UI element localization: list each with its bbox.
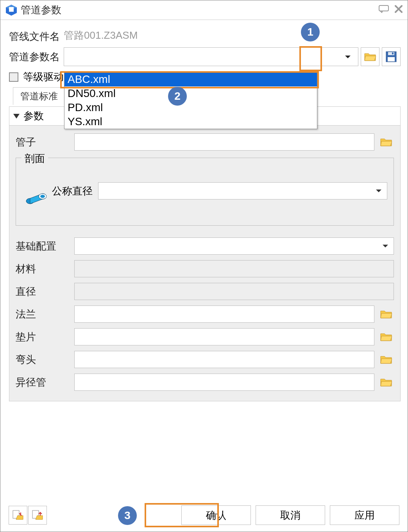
dropdown-item-dn50[interactable]: DN50.xml [64, 86, 317, 101]
footer-icons [9, 506, 47, 525]
elbow-browse-button[interactable] [378, 355, 394, 364]
pipeline-file-label: 管线文件名 [9, 30, 64, 43]
diameter-input [74, 283, 394, 300]
svg-point-10 [40, 195, 45, 198]
nominal-diameter-row: 公称直径 [22, 175, 387, 207]
gasket-browse-button[interactable] [378, 332, 394, 341]
svg-rect-6 [388, 57, 395, 61]
cancel-button[interactable]: 取消 [256, 505, 325, 525]
flange-label: 法兰 [16, 307, 74, 321]
pipe-browse-button[interactable] [378, 137, 394, 147]
param-name-dropdown-list: ABC.xml DN50.xml PD.xml YS.xml [64, 72, 317, 129]
callout-2: 2 [168, 87, 187, 106]
params-body: 管子 剖面 [9, 126, 400, 401]
svg-rect-3 [379, 5, 388, 11]
pipe-input[interactable] [74, 133, 374, 151]
material-input [74, 260, 394, 277]
params-header-label: 参数 [23, 109, 44, 123]
pipe-3d-icon [22, 175, 50, 207]
confirm-button[interactable]: 确认 [181, 505, 251, 525]
callout-1: 1 [301, 23, 320, 41]
close-icon[interactable] [394, 5, 403, 16]
callout-3: 3 [118, 506, 137, 525]
titlebar: 管道参数 [0, 0, 408, 20]
diameter-label: 直径 [16, 285, 74, 298]
pipe-row: 管子 [16, 133, 394, 151]
svg-marker-2 [9, 7, 14, 12]
nominal-diameter-label: 公称直径 [52, 184, 93, 198]
open-folder-button[interactable] [361, 47, 379, 66]
tab-pipe-standard[interactable]: 管道标准 [13, 87, 65, 105]
reducer-row: 异径管 [16, 374, 394, 391]
footer: 确认 取消 应用 [0, 505, 408, 525]
export-button[interactable] [28, 506, 47, 525]
tab-panel: 参数 管子 剖面 [9, 106, 401, 401]
pipeline-param-dropdown[interactable] [64, 47, 358, 66]
base-config-row: 基础配置 [16, 237, 394, 255]
help-icon[interactable] [379, 5, 389, 15]
base-config-select[interactable] [74, 237, 394, 255]
flange-input[interactable] [74, 306, 374, 323]
reducer-label: 异径管 [16, 376, 74, 389]
base-config-label: 基础配置 [16, 239, 74, 253]
material-label: 材料 [16, 262, 74, 276]
app-icon [5, 4, 18, 16]
dropdown-arrow-icon[interactable] [338, 48, 358, 66]
save-button[interactable] [382, 47, 401, 66]
apply-button[interactable]: 应用 [330, 505, 399, 525]
nominal-diameter-select[interactable] [98, 182, 387, 200]
reducer-browse-button[interactable] [378, 377, 394, 387]
pipe-label: 管子 [16, 135, 74, 149]
section-fieldset: 剖面 公称直径 [16, 158, 394, 226]
section-legend: 剖面 [21, 152, 48, 165]
material-row: 材料 [16, 260, 394, 277]
diameter-row: 直径 [16, 283, 394, 300]
grade-drive-label: 等级驱动 [23, 70, 64, 84]
grade-drive-checkbox[interactable] [9, 72, 18, 82]
gasket-row: 垫片 [16, 328, 394, 345]
svg-rect-7 [392, 52, 394, 54]
flange-browse-button[interactable] [378, 309, 394, 319]
dropdown-item-pd[interactable]: PD.xml [64, 101, 317, 115]
collapse-triangle-icon [13, 114, 20, 119]
import-button[interactable] [9, 506, 27, 525]
window-title: 管道参数 [21, 3, 373, 17]
elbow-row: 弯头 [16, 351, 394, 368]
flange-row: 法兰 [16, 306, 394, 323]
pipeline-file-value: 管路001.Z3ASM [64, 29, 401, 44]
dropdown-item-abc[interactable]: ABC.xml [64, 72, 317, 86]
pipeline-param-label: 管道参数名 [9, 50, 64, 64]
pipeline-param-row: 管道参数名 [9, 47, 401, 66]
elbow-label: 弯头 [16, 353, 74, 367]
dropdown-item-ys[interactable]: YS.xml [64, 115, 317, 129]
gasket-label: 垫片 [16, 330, 74, 344]
pipeline-file-row: 管线文件名 管路001.Z3ASM [9, 29, 401, 44]
gasket-input[interactable] [74, 328, 374, 345]
reducer-input[interactable] [74, 374, 374, 391]
elbow-input[interactable] [74, 351, 374, 368]
